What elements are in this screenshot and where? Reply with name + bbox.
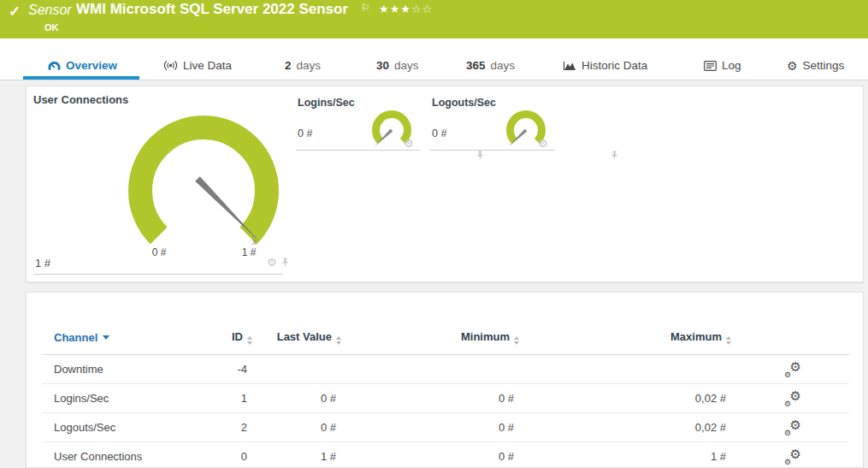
channel-last-value: 0 # xyxy=(254,384,343,413)
channel-actions: ⚙⚙ xyxy=(733,442,849,468)
column-header-channel[interactable]: Channel xyxy=(42,323,206,355)
column-header-actions xyxy=(733,323,849,355)
tab-bar: Overview Live Data 2 days 30 days 365 da… xyxy=(0,39,868,80)
tab-live-data[interactable]: Live Data xyxy=(163,59,232,72)
stars-filled: ★★★ xyxy=(379,3,411,15)
channel-settings-gears-icon[interactable]: ⚙⚙ xyxy=(784,449,801,465)
gauge-value: 0 # xyxy=(298,127,312,139)
gauge-title: Logouts/Sec xyxy=(432,97,496,109)
sensor-title: WMI Microsoft SQL Server 2022 Sensor xyxy=(76,1,348,18)
active-tab-underline xyxy=(23,76,139,80)
sort-icon xyxy=(726,336,731,345)
object-kind-label: Sensor xyxy=(28,3,72,18)
status-ok-check-icon: ✓ xyxy=(9,3,21,21)
sensor-header-bar: ✓ Sensor WMI Microsoft SQL Server 2022 S… xyxy=(0,0,868,39)
broadcast-icon xyxy=(163,60,178,71)
table-row: Logins/Sec 1 0 # 0 # 0,02 # ⚙⚙ xyxy=(42,384,849,413)
channel-table-body: Downtime -4 ⚙⚙ Logins/Sec 1 0 # 0 # 0,02… xyxy=(42,355,849,468)
channel-settings-gears-icon[interactable]: ⚙⚙ xyxy=(784,362,801,377)
status-badge: OK xyxy=(44,22,59,33)
tab-label: Overview xyxy=(66,59,117,72)
channel-actions: ⚙⚙ xyxy=(733,355,849,384)
sort-icon xyxy=(336,336,341,345)
channel-id: 0 xyxy=(206,442,254,468)
tab-number: 30 xyxy=(376,59,389,72)
gauges-panel: User Connections 0 # 1 # x 1 # ⚙ Logins/… xyxy=(26,86,864,282)
tab-label: Log xyxy=(722,59,741,72)
gauge-tools: ⚙ xyxy=(538,138,552,149)
gauge-tools: ⚙ xyxy=(404,138,418,149)
column-header-last-value[interactable]: Last Value xyxy=(254,323,343,355)
channel-settings-gear-icon[interactable]: ⚙ xyxy=(538,138,548,149)
table-row: Logouts/Sec 2 0 # 0 # 0,02 # ⚙⚙ xyxy=(42,413,849,442)
table-header-row: Channel ID Last Value Minimum Maximum xyxy=(42,323,849,355)
primary-block-divider xyxy=(33,86,283,275)
sort-desc-icon xyxy=(103,335,109,340)
table-row: Downtime -4 ⚙⚙ xyxy=(42,355,849,384)
channel-actions: ⚙⚙ xyxy=(733,413,849,442)
tab-overview[interactable]: Overview xyxy=(48,59,117,72)
channel-id: 1 xyxy=(206,384,254,413)
tab-number: 365 xyxy=(466,59,486,72)
tab-log[interactable]: Log xyxy=(704,59,741,72)
tab-label: Live Data xyxy=(183,59,232,72)
channel-id: -4 xyxy=(206,355,254,384)
column-header-id[interactable]: ID xyxy=(206,323,254,355)
channel-name[interactable]: Logouts/Sec xyxy=(42,413,206,442)
sort-icon xyxy=(514,336,519,345)
channel-last-value xyxy=(254,355,343,384)
tab-historic-data[interactable]: Historic Data xyxy=(563,59,647,72)
priority-stars[interactable]: ★★★☆☆ xyxy=(379,3,433,15)
tab-label: Historic Data xyxy=(582,59,647,72)
tab-label: Settings xyxy=(803,59,845,72)
channel-minimum xyxy=(343,355,521,384)
column-header-minimum[interactable]: Minimum xyxy=(343,323,521,355)
channel-id: 2 xyxy=(206,413,254,442)
channel-minimum: 0 # xyxy=(343,413,521,442)
channel-settings-gear-icon[interactable]: ⚙ xyxy=(404,138,414,149)
channel-maximum: 0,02 # xyxy=(521,413,733,442)
tab-label: days xyxy=(491,59,516,72)
channel-last-value: 0 # xyxy=(254,413,343,442)
tab-label: days xyxy=(394,59,419,72)
gear-icon: ⚙ xyxy=(787,60,798,72)
column-header-maximum[interactable]: Maximum xyxy=(521,323,733,355)
channel-maximum xyxy=(521,355,733,384)
channel-settings-gears-icon[interactable]: ⚙⚙ xyxy=(784,391,801,406)
table-row: User Connections 0 1 # 0 # 1 # ⚙⚙ xyxy=(42,442,849,468)
channel-maximum: 0,02 # xyxy=(521,384,733,413)
channel-name[interactable]: User Connections xyxy=(42,442,206,468)
gauge-title: Logins/Sec xyxy=(298,97,355,109)
channel-minimum: 0 # xyxy=(343,384,521,413)
log-icon xyxy=(704,61,717,71)
channel-name[interactable]: Downtime xyxy=(42,355,206,384)
channel-name[interactable]: Logins/Sec xyxy=(42,384,206,413)
flag-icon[interactable]: ⚐ xyxy=(361,2,370,14)
tab-settings[interactable]: ⚙ Settings xyxy=(787,59,844,72)
gauge-icon xyxy=(48,60,61,72)
gauge-block-logouts: Logouts/Sec 0 # ⚙ xyxy=(430,93,555,151)
tab-30-days[interactable]: 30 days xyxy=(376,59,419,72)
stars-empty: ☆☆ xyxy=(411,3,433,15)
channel-actions: ⚙⚙ xyxy=(733,384,849,413)
channel-table-panel: Channel ID Last Value Minimum Maximum Do… xyxy=(26,292,864,468)
channel-minimum: 0 # xyxy=(343,442,521,468)
tab-365-days[interactable]: 365 days xyxy=(466,59,515,72)
area-chart-icon xyxy=(563,61,576,71)
tab-2-days[interactable]: 2 days xyxy=(285,59,321,72)
channel-last-value: 1 # xyxy=(254,442,343,468)
tab-number: 2 xyxy=(285,59,292,72)
tab-label: days xyxy=(297,59,322,72)
channel-table: Channel ID Last Value Minimum Maximum Do… xyxy=(42,323,849,468)
gauge-block-logins: Logins/Sec 0 # ⚙ xyxy=(296,93,421,151)
channel-maximum: 1 # xyxy=(521,442,733,468)
sort-icon xyxy=(247,336,252,345)
channel-settings-gears-icon[interactable]: ⚙⚙ xyxy=(784,420,801,435)
gauge-value: 0 # xyxy=(432,127,446,139)
